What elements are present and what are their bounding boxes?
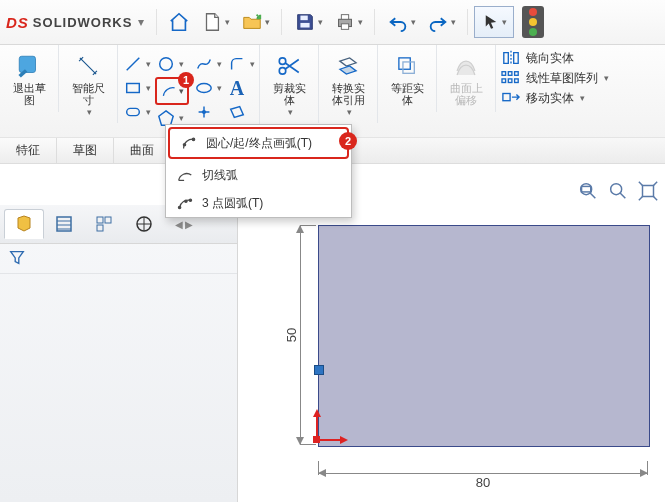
svg-point-25: [185, 200, 187, 202]
redo-button[interactable]: ▾: [421, 6, 461, 38]
caret-down-icon: ▾: [286, 107, 293, 117]
svg-rect-33: [97, 225, 103, 231]
caret-down-icon[interactable]: ▾: [177, 59, 184, 69]
convert-entities-button[interactable]: 转换实 体引用 ▾: [325, 49, 371, 119]
app-logo: DS SOLIDWORKS: [6, 14, 132, 31]
separator: [467, 9, 468, 35]
slot-tool[interactable]: [122, 101, 144, 123]
panel-tab-configuration[interactable]: [84, 209, 124, 239]
mirror-entities-button[interactable]: 镜向实体: [500, 49, 609, 67]
svg-rect-15: [502, 72, 506, 76]
tab-surfaces[interactable]: 曲面: [114, 138, 171, 163]
svg-rect-0: [300, 16, 307, 21]
svg-point-8: [160, 58, 173, 71]
dimension-vertical[interactable]: 50: [286, 225, 316, 445]
home-icon: [168, 11, 190, 33]
print-button[interactable]: ▾: [328, 6, 368, 38]
trim-entities-button[interactable]: 剪裁实 体 ▾: [266, 49, 312, 119]
save-button[interactable]: ▾: [288, 6, 328, 38]
save-icon: [294, 11, 316, 33]
caret-down-icon: ▾: [578, 93, 585, 103]
caret-down-icon[interactable]: ▾: [177, 113, 184, 123]
svg-rect-32: [105, 217, 111, 223]
tab-sketch[interactable]: 草图: [57, 138, 114, 163]
ds-logo-icon: DS: [6, 14, 29, 31]
move-entities-button[interactable]: 移动实体 ▾: [500, 89, 609, 107]
arc-tangent-item[interactable]: 切线弧: [166, 161, 351, 189]
view-toolbar: [577, 180, 659, 205]
tangent-arc-icon: [176, 166, 194, 184]
caret-down-icon: ▾: [602, 73, 609, 83]
caret-down-icon[interactable]: ▾: [215, 59, 222, 69]
line-tool[interactable]: [122, 53, 144, 75]
app-menu-caret-icon[interactable]: ▾: [132, 15, 150, 29]
group-exit-sketch: 退出草 图: [0, 45, 59, 112]
rectangle-tool[interactable]: [122, 77, 144, 99]
circle-tool[interactable]: [155, 53, 177, 75]
caret-down-icon[interactable]: ▾: [248, 59, 255, 69]
rebuild-button[interactable]: [514, 6, 546, 38]
tree-root-part[interactable]: − 零件1 (默认) <<默认>_显示状态 1>: [4, 276, 237, 502]
svg-rect-21: [503, 94, 510, 101]
spline-tool[interactable]: [193, 53, 215, 75]
lower-area: ◀ ▶ − 零件1 (默认) <<默认>_显示状态 1> ▸ History ▸…: [0, 205, 665, 502]
smart-dimension-icon: [73, 51, 103, 81]
zoom-window-button[interactable]: [607, 180, 629, 205]
arc-tool-splitbutton[interactable]: ▾ 1: [155, 77, 189, 105]
svg-rect-7: [127, 108, 140, 115]
title-bar: DS SOLIDWORKS ▾ ▾ ▾ ▾ ▾ ▾ ▾ ▾: [0, 0, 665, 45]
callout-badge-2: 2: [339, 132, 357, 150]
svg-rect-3: [341, 15, 348, 20]
graphics-area[interactable]: 50 80: [238, 205, 665, 502]
feature-tree-icon: [14, 214, 34, 234]
print-icon: [334, 11, 356, 33]
sketch-rectangle[interactable]: [318, 225, 650, 447]
svg-rect-16: [508, 72, 512, 76]
dimension-horizontal[interactable]: 80: [318, 461, 648, 487]
panel-tab-property-manager[interactable]: [44, 209, 84, 239]
point-tool[interactable]: [193, 101, 215, 123]
offset-entities-button[interactable]: 等距实 体: [384, 49, 430, 108]
caret-down-icon[interactable]: ▾: [144, 59, 151, 69]
tab-features[interactable]: 特征: [0, 138, 57, 163]
svg-rect-4: [341, 24, 348, 30]
text-tool[interactable]: A: [226, 77, 248, 99]
configuration-icon: [94, 214, 114, 234]
panel-tab-dimxpert[interactable]: [124, 209, 164, 239]
new-document-button[interactable]: ▾: [195, 6, 235, 38]
fillet-tool[interactable]: [226, 53, 248, 75]
caret-down-icon[interactable]: ▾: [215, 83, 222, 93]
redo-icon: [427, 11, 449, 33]
exit-sketch-button[interactable]: 退出草 图: [6, 49, 52, 108]
separator: [374, 9, 375, 35]
caret-down-icon[interactable]: ▾: [144, 107, 151, 117]
caret-down-icon[interactable]: ▾: [144, 83, 151, 93]
undo-button[interactable]: ▾: [381, 6, 421, 38]
view-orientation-button[interactable]: [637, 180, 659, 205]
plane-tool[interactable]: [226, 101, 248, 123]
caret-down-icon: ▾: [356, 17, 363, 27]
caret-down-icon: ▾: [263, 17, 270, 27]
select-tool-button[interactable]: ▾: [474, 6, 514, 38]
group-surface-offset: 曲面上 偏移: [437, 45, 496, 112]
smart-dimension-button[interactable]: 智能尺 寸 ▾: [65, 49, 111, 119]
svg-rect-6: [127, 84, 140, 93]
caret-down-icon: ▾: [449, 17, 456, 27]
linear-pattern-button[interactable]: 线性草图阵列 ▾: [500, 69, 609, 87]
home-button[interactable]: [163, 6, 195, 38]
arc-centerpoint-item[interactable]: 圆心/起/终点画弧(T) 2: [168, 127, 349, 159]
panel-tab-feature-tree[interactable]: [4, 209, 44, 239]
folder-open-icon: [241, 11, 263, 33]
zoom-to-fit-button[interactable]: [577, 180, 599, 205]
svg-rect-13: [399, 58, 410, 69]
tree-filter[interactable]: [0, 244, 237, 274]
ellipse-tool[interactable]: [193, 77, 215, 99]
caret-down-icon: ▾: [223, 17, 230, 27]
callout-badge-1: 1: [178, 72, 194, 88]
svg-rect-1: [300, 23, 309, 28]
open-document-button[interactable]: ▾: [235, 6, 275, 38]
group-convert: 转换实 体引用 ▾: [319, 45, 378, 123]
arc-3point-item[interactable]: 3 点圆弧(T): [166, 189, 351, 217]
svg-rect-31: [97, 217, 103, 223]
dimxpert-icon: [134, 214, 154, 234]
